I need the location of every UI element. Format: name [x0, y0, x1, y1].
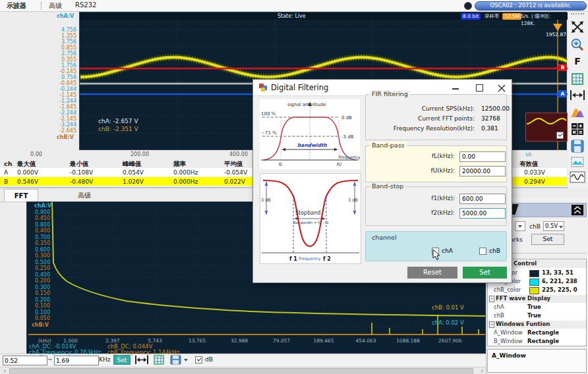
cell: 0.000Hz — [173, 169, 198, 176]
calculator-tool[interactable] — [568, 122, 587, 138]
fft-y-tick: 0.250 — [28, 265, 50, 271]
cell: 0.000V — [17, 169, 38, 176]
fft-y-tick: 0.800 — [28, 222, 50, 228]
group-windows-function[interactable]: -Windows Funtion — [488, 321, 586, 329]
y-tick: 0.756 — [40, 74, 76, 80]
scroll-right-arrow[interactable]: › — [479, 368, 485, 374]
freq-to-input[interactable] — [54, 356, 99, 365]
waveform-icon — [570, 171, 585, 183]
set-button[interactable]: Set — [463, 267, 507, 279]
cell: 1.026V — [123, 178, 144, 185]
y-tick: -0.645 — [40, 80, 76, 86]
save-dropdown-arrow[interactable] — [184, 359, 188, 361]
prop-value[interactable]: Rectangle — [527, 329, 559, 336]
x-tick: 200.00 — [131, 151, 149, 157]
bandstop-group: Band-stop f1(kHz): f2(kHz): — [365, 186, 507, 226]
fft-axis-label-cha: chA:V — [34, 203, 51, 209]
menu-bar: 示波器 高级 RS232 OSCA02 : 20712 is available… — [0, 0, 588, 12]
zoom-tool[interactable] — [568, 38, 587, 53]
bandstop-legend: Band-stop — [370, 182, 405, 190]
col-header-rms: 有效值 — [519, 160, 539, 169]
f2-input[interactable] — [459, 208, 506, 219]
tab-fft-advanced[interactable]: 高级 — [78, 191, 91, 200]
freq-set-button[interactable]: Set — [113, 355, 131, 365]
grid-toggle-icon[interactable] — [153, 355, 165, 365]
horizontal-scrollbar[interactable]: ‹ › — [0, 367, 488, 374]
freq-from-input[interactable] — [3, 356, 47, 365]
sps-label: Current SPS(kHz): — [405, 105, 475, 112]
marker-b-flag[interactable]: B — [558, 64, 567, 71]
marks-set-button[interactable]: Set — [531, 234, 564, 245]
fir-filtering-group: FIR filtering Current SPS(kHz): 12500.00… — [365, 94, 507, 140]
minimize-button[interactable] — [451, 83, 460, 92]
col-header-max: 最大值 — [17, 160, 36, 169]
device-status-banner: OSCA02 : 20712 is available. — [475, 1, 587, 11]
chb-checkbox[interactable] — [479, 248, 486, 255]
fft-y-tick: 0.300 — [28, 284, 50, 290]
save-icon[interactable] — [170, 355, 181, 365]
maximize-button[interactable] — [475, 83, 484, 92]
save-tool[interactable] — [568, 140, 587, 155]
prop-value[interactable]: 13, 33, 51 — [542, 269, 573, 276]
waveform-preview-thumbnail[interactable] — [525, 113, 568, 142]
group-label: FFT wave Display — [496, 295, 550, 302]
chb-color-swatch[interactable] — [529, 287, 539, 294]
preview-checkbox[interactable] — [556, 132, 564, 139]
chb-range-value: 0.5V — [545, 223, 558, 229]
prop-value[interactable]: 225, 225, 0 — [542, 286, 577, 293]
cursor-measure-icon[interactable] — [134, 355, 149, 365]
collapse-panel-button[interactable] — [572, 205, 583, 215]
group-label: Windows Funtion — [496, 321, 550, 327]
divider — [41, 1, 42, 10]
fl-input[interactable] — [459, 151, 506, 162]
digital-filtering-dialog[interactable]: Digital Filtering signal amplitude 100 %… — [252, 79, 512, 283]
y-tick: 3.756 — [40, 39, 76, 45]
tab-rs232[interactable]: RS232 — [71, 0, 100, 10]
spectrum-tool[interactable] — [568, 106, 587, 122]
waveform-export-tool[interactable] — [568, 171, 587, 187]
cha-range-dropdown-partial[interactable] — [515, 221, 525, 231]
tab-advanced[interactable]: 高级 — [45, 0, 66, 12]
screenshot-tool[interactable] — [568, 156, 587, 172]
chb-range-dropdown[interactable]: 0.5V — [543, 221, 564, 231]
y-tick: -1.645 — [40, 104, 76, 110]
marker-a-flag[interactable]: A — [558, 90, 567, 97]
grid-tool[interactable] — [568, 72, 587, 88]
scroll-left-arrow[interactable]: ‹ — [1, 368, 8, 374]
prop-value[interactable]: Rectangle — [527, 338, 559, 344]
collapse-glyph[interactable]: - — [489, 296, 494, 302]
cell: A — [4, 169, 8, 176]
bandpass-group: Band-pass fL(kHz): fU(kHz): — [365, 146, 507, 182]
scope-axis-label-chb: chB:V — [57, 134, 74, 140]
prop-value[interactable]: True — [527, 312, 541, 319]
diagram-label: f 2 — [323, 256, 331, 262]
fft-marker-cha: chA: 0.02 V — [432, 319, 464, 326]
db-checkbox[interactable] — [195, 356, 202, 363]
fu-input[interactable] — [459, 166, 506, 176]
group-fft-wave-display[interactable]: -FFT wave Display — [488, 295, 586, 303]
cha-color-swatch[interactable] — [529, 279, 539, 286]
sample-rate-badge[interactable]: 12.5M — [502, 13, 521, 20]
bg-color-swatch[interactable] — [529, 270, 539, 277]
trigger-position-marker[interactable] — [553, 24, 562, 31]
histogram-icon — [570, 106, 585, 118]
scrollbar-thumb[interactable] — [9, 368, 473, 374]
reset-button[interactable]: Reset — [407, 267, 457, 279]
fft-x-tick: 32.988 — [231, 338, 248, 344]
tab-oscilloscope[interactable]: 示波器 — [3, 0, 30, 12]
pan-tool[interactable] — [568, 20, 587, 36]
toolbar-handle[interactable] — [571, 13, 584, 17]
prop-value[interactable]: True — [527, 304, 541, 310]
fft-y-tick: 0.350 — [28, 240, 50, 246]
diagram-label: 100 % — [261, 111, 276, 117]
fft-tool[interactable]: F — [568, 56, 587, 72]
fft-x-tick: 1088.188 — [396, 338, 420, 344]
range-tilde: ~ — [47, 356, 53, 363]
cell: 0.033V — [524, 169, 545, 176]
prop-value[interactable]: 6, 221, 238 — [542, 278, 577, 284]
close-button[interactable] — [497, 83, 506, 92]
f1-input[interactable] — [459, 194, 506, 204]
measure-tool[interactable] — [568, 90, 587, 105]
collapse-glyph[interactable]: - — [489, 321, 494, 328]
tab-fft[interactable]: FFT — [4, 189, 38, 201]
